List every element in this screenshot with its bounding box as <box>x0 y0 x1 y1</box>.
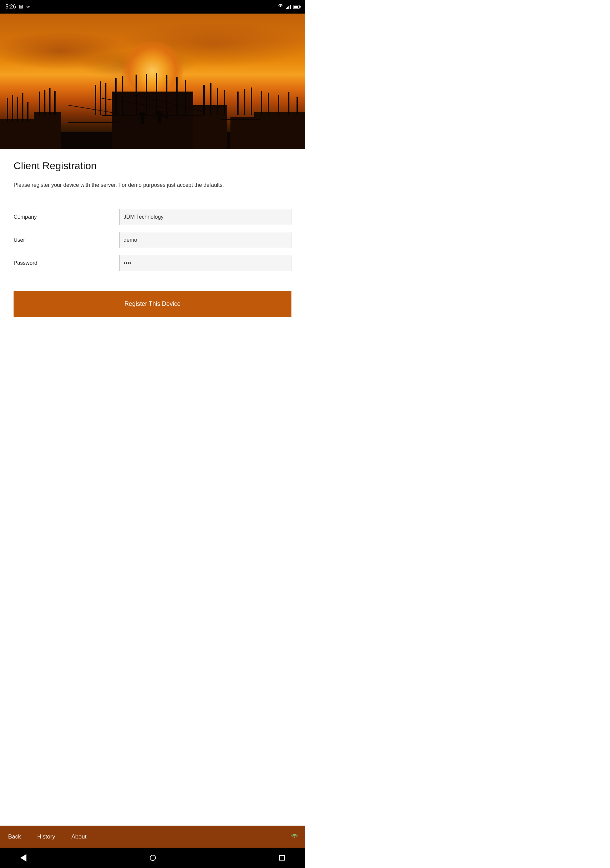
svg-rect-24 <box>166 75 167 115</box>
svg-rect-19 <box>115 78 116 115</box>
wifi-status-icon <box>291 832 298 841</box>
form-row-company: Company <box>14 206 291 228</box>
svg-rect-34 <box>261 91 262 115</box>
svg-rect-23 <box>156 73 157 115</box>
svg-rect-4 <box>231 117 261 149</box>
svg-rect-28 <box>210 83 212 115</box>
form-table: Company User Password <box>14 206 291 274</box>
page-title: Client Registration <box>14 160 291 172</box>
svg-rect-2 <box>34 112 61 149</box>
status-bar-left: 5:26 🖫 🖙 <box>5 4 30 10</box>
svg-rect-37 <box>288 92 290 115</box>
svg-rect-22 <box>146 74 147 115</box>
android-home-button[interactable] <box>150 855 156 861</box>
svg-rect-35 <box>268 93 269 115</box>
status-bar: 5:26 🖫 🖙 <box>0 0 305 14</box>
android-back-button[interactable] <box>20 854 26 862</box>
hdd-icon: 🖙 <box>26 5 30 9</box>
field-label-password: Password <box>14 260 37 266</box>
bottom-nav: Back History About <box>0 826 305 848</box>
svg-rect-45 <box>155 117 158 118</box>
svg-rect-32 <box>244 89 245 115</box>
field-input-company[interactable] <box>119 209 291 225</box>
svg-rect-7 <box>7 98 8 122</box>
nav-history[interactable]: History <box>36 831 57 843</box>
status-time: 5:26 <box>5 4 16 10</box>
sim-icon: 🖫 <box>19 5 23 9</box>
hero-image <box>0 14 305 149</box>
field-input-password[interactable] <box>119 255 291 271</box>
svg-rect-20 <box>122 76 123 115</box>
construction-silhouette <box>0 64 305 149</box>
svg-rect-11 <box>27 102 28 122</box>
svg-rect-16 <box>95 85 96 115</box>
svg-rect-8 <box>12 95 13 122</box>
svg-rect-26 <box>185 80 186 115</box>
svg-rect-3 <box>254 112 305 149</box>
field-label-company: Company <box>14 214 37 220</box>
svg-rect-42 <box>143 118 146 119</box>
register-button[interactable]: Register This Device <box>14 291 291 317</box>
svg-rect-17 <box>100 81 101 115</box>
form-area: Client Registration Please register your… <box>0 149 305 582</box>
svg-rect-9 <box>17 97 18 122</box>
svg-rect-5 <box>190 105 227 149</box>
nav-back[interactable]: Back <box>7 831 22 843</box>
svg-rect-33 <box>251 87 252 115</box>
svg-rect-38 <box>297 97 298 115</box>
field-input-user[interactable] <box>119 232 291 248</box>
svg-rect-12 <box>39 91 40 115</box>
nav-about[interactable]: About <box>70 831 88 843</box>
field-label-user: User <box>14 237 25 243</box>
form-row-user: User <box>14 228 291 251</box>
svg-rect-29 <box>217 88 218 115</box>
svg-rect-30 <box>224 90 225 115</box>
svg-rect-49 <box>68 122 119 123</box>
svg-rect-14 <box>49 88 51 115</box>
page-description: Please register your device with the ser… <box>14 181 291 189</box>
signal-bars <box>286 5 291 9</box>
svg-rect-31 <box>237 91 238 115</box>
svg-rect-41 <box>138 118 141 119</box>
android-nav <box>0 848 305 868</box>
svg-rect-10 <box>22 93 23 122</box>
svg-rect-50 <box>220 119 261 120</box>
wifi-icon <box>277 4 284 10</box>
svg-rect-13 <box>44 90 45 115</box>
svg-rect-6 <box>112 91 193 149</box>
svg-rect-36 <box>278 95 279 115</box>
battery-icon <box>293 5 300 9</box>
svg-point-39 <box>139 112 146 117</box>
android-recent-button[interactable] <box>279 855 285 860</box>
svg-rect-25 <box>176 77 178 115</box>
svg-rect-27 <box>203 85 205 115</box>
status-bar-right <box>277 4 300 10</box>
svg-rect-15 <box>54 91 56 115</box>
svg-rect-48 <box>102 115 203 116</box>
form-row-password: Password <box>14 251 291 274</box>
